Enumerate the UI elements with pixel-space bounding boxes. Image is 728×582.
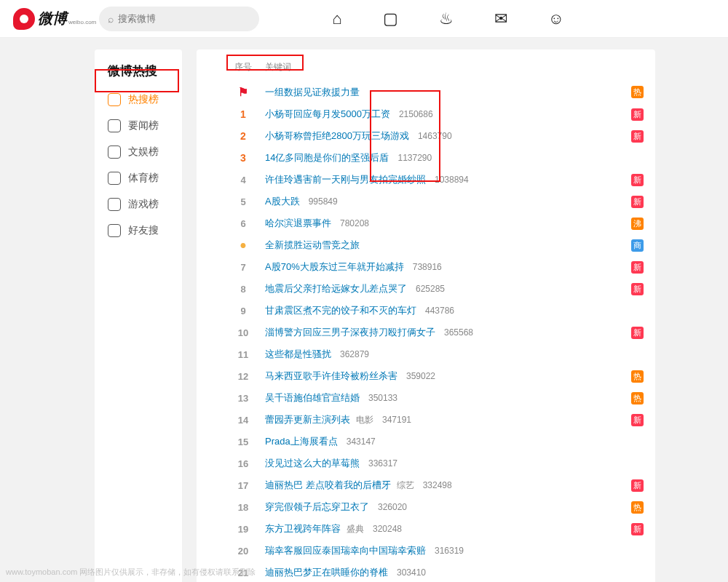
sidebar-item-label: 游戏榜 — [128, 198, 159, 211]
sidebar-item-label: 文娱榜 — [128, 146, 159, 159]
list-row: 314亿多同胞是你们的坚强后盾1137290 — [197, 147, 655, 169]
row-count: 332498 — [423, 480, 452, 490]
row-count: 2150686 — [399, 109, 433, 119]
sidebar-item-hot[interactable]: 热搜榜 — [95, 87, 182, 113]
row-title[interactable]: 吴千语施伯雄官宣结婚 — [265, 391, 360, 404]
search-box[interactable]: ⌕ — [99, 7, 259, 31]
brand-text: 微博 — [38, 9, 67, 28]
rank-number: 3 — [234, 152, 252, 164]
sidebar-item-game[interactable]: 游戏榜 — [95, 191, 182, 218]
weibo-eye-icon — [13, 8, 35, 30]
row-title[interactable]: 甘肃震区煮不完的饺子和不灭的车灯 — [265, 304, 416, 317]
sidebar-item-sport[interactable]: 体育榜 — [95, 165, 182, 191]
row-title[interactable]: A股70%大股东过三年就开始减持 — [265, 260, 404, 274]
badge-new: 新 — [631, 414, 644, 426]
row-title[interactable]: 穿完假领子后忘穿卫衣了 — [265, 501, 369, 514]
row-title[interactable]: 马来西亚歌手许佳玲被粉丝杀害 — [265, 370, 397, 383]
row-title[interactable]: 小杨哥称曾拒绝2800万玩三场游戏 — [265, 129, 409, 143]
user-icon[interactable]: ☺ — [548, 9, 564, 28]
sidebar-item-friend[interactable]: 好友搜 — [95, 218, 182, 244]
rank-number: 16 — [234, 458, 252, 469]
row-title[interactable]: 哈尔滨退票事件 — [265, 217, 331, 230]
top-icon: ⚑ — [234, 85, 252, 99]
logo[interactable]: 微博 weibo.com — [13, 8, 96, 30]
sidebar-item-label: 要闻榜 — [128, 119, 159, 132]
th-rank: 序号 — [234, 61, 252, 73]
row-title[interactable]: 迪丽热巴 差点咬着我的后槽牙 — [265, 479, 391, 492]
row-count: 359022 — [406, 371, 435, 381]
row-count: 1463790 — [418, 131, 452, 141]
search-input[interactable] — [118, 13, 250, 24]
row-title[interactable]: 这些都是性骚扰 — [265, 348, 331, 361]
row-count: 350133 — [368, 393, 397, 403]
rank-number: 19 — [234, 524, 252, 535]
row-count: 326020 — [378, 502, 407, 512]
row-count: 1137290 — [397, 153, 432, 163]
rank-number: 11 — [234, 349, 252, 360]
mail-icon[interactable]: ✉ — [494, 9, 507, 28]
rank-number: 10 — [234, 327, 252, 338]
badge-hot: 热 — [631, 370, 644, 383]
row-title[interactable]: 瑞幸客服回应泰国瑞幸向中国瑞幸索赔 — [265, 544, 426, 557]
badge-hot: 热 — [631, 86, 644, 98]
row-title[interactable]: 东方卫视跨年阵容 — [265, 522, 341, 535]
sidebar-title: 微博热搜 — [95, 63, 182, 87]
row-title[interactable]: 淄博警方回应三男子深夜持刀殴打俩女子 — [265, 326, 435, 339]
row-title[interactable]: 全新揽胜运动雪竞之旅 — [265, 239, 360, 252]
rank-number: 7 — [234, 262, 252, 273]
brand-sub: weibo.com — [68, 19, 96, 25]
list-row: 10淄博警方回应三男子深夜持刀殴打俩女子365568新 — [197, 322, 655, 343]
list-row: 18穿完假领子后忘穿卫衣了326020热 — [197, 496, 655, 518]
row-title[interactable]: A股大跌 — [265, 195, 300, 208]
news-icon — [108, 119, 121, 132]
sidebar: 微博热搜 热搜榜 要闻榜 文娱榜 体育榜 游戏榜 好友搜 — [95, 49, 182, 582]
list-row: 21迪丽热巴梦正在哄睡你的脊椎303410 — [197, 562, 655, 582]
list-row: 4许佳玲遇害前一天刚与男友拍完婚纱照1038894新 — [197, 169, 655, 191]
row-count: 738916 — [413, 262, 442, 272]
rank-number: 20 — [234, 546, 252, 557]
rank-number: 18 — [234, 502, 252, 513]
list-row: 2小杨哥称曾拒绝2800万玩三场游戏1463790新 — [197, 125, 655, 147]
list-row: 6哈尔滨退票事件780208沸 — [197, 212, 655, 234]
list-row: ⚑一组数据见证救援力量热 — [197, 81, 655, 103]
list-row: 14蕾园弄更新主演列表电影347191新 — [197, 409, 655, 431]
list-row: 17迪丽热巴 差点咬着我的后槽牙综艺332498新 — [197, 474, 655, 496]
row-title[interactable]: 一组数据见证救援力量 — [265, 86, 360, 99]
game-icon — [108, 198, 121, 211]
rank-number: 13 — [234, 393, 252, 404]
row-count: 303410 — [397, 567, 426, 578]
hot-icon[interactable]: ♨ — [439, 9, 454, 28]
rank-number: 4 — [234, 175, 252, 186]
badge-new: 新 — [631, 130, 644, 143]
row-title[interactable]: 没见过这么大的草莓熊 — [265, 457, 360, 470]
sidebar-item-ent[interactable]: 文娱榜 — [95, 139, 182, 165]
badge-boil: 沸 — [631, 218, 644, 230]
row-title[interactable]: 蕾园弄更新主演列表 — [265, 413, 350, 426]
list-row: 13吴千语施伯雄官宣结婚350133热 — [197, 387, 655, 409]
row-count: 343147 — [347, 436, 376, 447]
badge-new: 新 — [631, 479, 644, 492]
row-title[interactable]: 14亿多同胞是你们的坚强后盾 — [265, 151, 389, 164]
row-count: 625285 — [416, 284, 445, 294]
row-title[interactable]: 许佳玲遇害前一天刚与男友拍完婚纱照 — [265, 173, 426, 186]
row-count: 995849 — [309, 196, 338, 207]
row-title[interactable]: Prada上海展看点 — [265, 435, 338, 448]
badge-new: 新 — [631, 174, 644, 186]
row-title[interactable]: 地震后父亲打给远嫁女儿差点哭了 — [265, 282, 407, 295]
row-title[interactable]: 迪丽热巴梦正在哄睡你的脊椎 — [265, 566, 388, 579]
sidebar-item-news[interactable]: 要闻榜 — [95, 113, 182, 139]
badge-new: 新 — [631, 523, 644, 535]
row-title[interactable]: 小杨哥回应每月发5000万工资 — [265, 108, 390, 121]
video-icon[interactable]: ▢ — [383, 9, 398, 28]
list-row: 15Prada上海展看点343147 — [197, 431, 655, 453]
home-icon[interactable]: ⌂ — [332, 9, 341, 28]
rank-number: 9 — [234, 306, 252, 316]
row-count: 1038894 — [435, 175, 469, 185]
rank-number: 2 — [234, 130, 252, 142]
row-count: 780208 — [340, 218, 369, 228]
page-content: 微博热搜 热搜榜 要闻榜 文娱榜 体育榜 游戏榜 好友搜 序号 关键词 ⚑一组数… — [0, 38, 728, 582]
footer-text: www.toymoban.com 网络图片仅供展示，非存储，如有侵权请联系删除 — [6, 567, 256, 578]
badge-new: 新 — [631, 261, 644, 274]
sport-icon — [108, 172, 121, 185]
list-row: 1小杨哥回应每月发5000万工资2150686新 — [197, 103, 655, 125]
